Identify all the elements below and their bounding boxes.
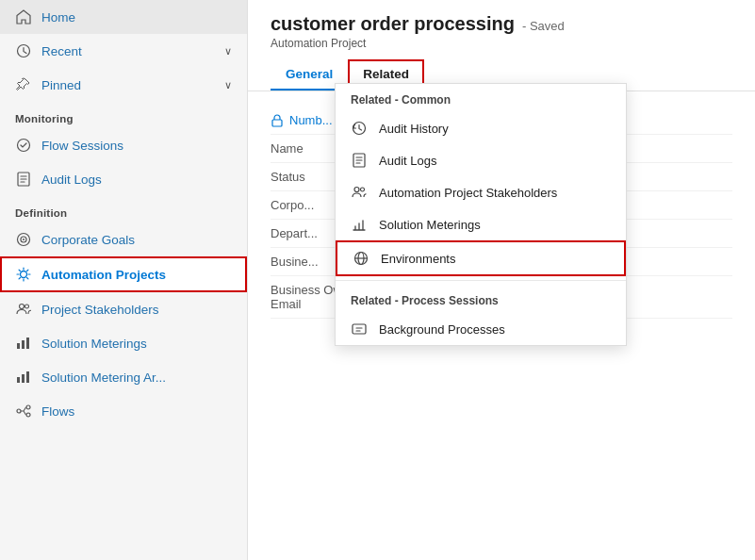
svg-rect-25: [353, 324, 366, 334]
dropdown-item-audit-logs[interactable]: Audit Logs: [336, 144, 626, 176]
sidebar-item-project-stakeholders[interactable]: Project Stakeholders: [0, 292, 247, 326]
sidebar-project-stakeholders-label: Project Stakeholders: [41, 303, 159, 317]
svg-rect-11: [26, 338, 29, 349]
solution-meterings-dd-label: Solution Meterings: [379, 218, 481, 232]
dropdown-item-automation-stakeholders[interactable]: Automation Project Stakeholders: [336, 176, 626, 208]
sidebar-automation-projects-label: Automation Projects: [41, 268, 166, 282]
saved-label: - Saved: [522, 19, 565, 33]
sidebar: Home Recent ∨ Pinned ∨ Monitoring Flow S…: [0, 0, 248, 560]
number-value: Numb...: [289, 113, 333, 127]
flows-icon: [15, 403, 32, 420]
solution-meterings-dd-icon: [351, 216, 368, 233]
automation-projects-icon: [15, 266, 32, 283]
background-processes-label: Background Processes: [379, 322, 505, 337]
sidebar-item-pinned[interactable]: Pinned ∨: [0, 68, 247, 102]
dropdown-item-audit-history[interactable]: Audit History: [336, 112, 626, 144]
related-dropdown: Related - Common Audit History Audit Log…: [335, 83, 627, 346]
definition-section-label: Definition: [0, 196, 247, 222]
sidebar-item-recent[interactable]: Recent ∨: [0, 34, 247, 68]
pinned-icon: [15, 76, 32, 93]
automation-stakeholders-icon: [351, 184, 368, 201]
svg-point-17: [26, 413, 30, 417]
sidebar-item-home[interactable]: Home: [0, 0, 247, 34]
dropdown-item-environments[interactable]: Environments: [336, 240, 626, 276]
corporate-goals-icon: [15, 231, 32, 248]
environments-label: Environments: [381, 252, 455, 266]
sidebar-item-automation-projects[interactable]: Automation Projects: [0, 256, 247, 292]
audit-history-label: Audit History: [379, 122, 449, 136]
audit-history-icon: [351, 120, 368, 137]
dropdown-item-solution-meterings[interactable]: Solution Meterings: [336, 208, 626, 240]
environments-icon: [353, 250, 369, 267]
monitoring-section-label: Monitoring: [0, 102, 247, 128]
solution-metering-ar-icon: [15, 369, 32, 386]
main-content: customer order processing - Saved Automa…: [248, 0, 755, 560]
sidebar-solution-metering-ar-label: Solution Metering Ar...: [41, 371, 166, 385]
recent-icon: [15, 42, 32, 59]
dropdown-item-background-processes[interactable]: Background Processes: [336, 313, 626, 345]
sidebar-pinned-label: Pinned: [41, 78, 81, 92]
sidebar-corporate-goals-label: Corporate Goals: [41, 233, 135, 247]
automation-stakeholders-label: Automation Project Stakeholders: [379, 186, 557, 200]
svg-rect-10: [22, 340, 25, 349]
sidebar-home-label: Home: [41, 10, 75, 25]
sidebar-solution-meterings-label: Solution Meterings: [41, 337, 147, 351]
dropdown-section-common-label: Related - Common: [336, 84, 626, 112]
audit-logs-dd-label: Audit Logs: [379, 154, 436, 168]
project-stakeholders-icon: [15, 301, 32, 318]
background-processes-icon: [351, 321, 368, 338]
recent-chevron-icon: ∨: [224, 45, 232, 58]
sidebar-item-solution-metering-ar[interactable]: Solution Metering Ar...: [0, 360, 247, 394]
svg-point-8: [25, 305, 29, 308]
sidebar-item-audit-logs[interactable]: Audit Logs: [0, 162, 247, 196]
sidebar-flow-sessions-label: Flow Sessions: [41, 139, 123, 153]
svg-rect-13: [22, 374, 25, 383]
svg-point-7: [20, 305, 25, 309]
page-subtitle: Automation Project: [271, 37, 732, 50]
lock-icon: [271, 114, 284, 127]
svg-point-5: [23, 239, 25, 240]
flow-sessions-icon: [15, 137, 32, 154]
svg-point-15: [17, 409, 21, 413]
svg-rect-18: [272, 120, 282, 126]
dropdown-audit-logs-icon: [351, 152, 368, 169]
audit-logs-icon: [15, 171, 32, 188]
home-icon: [15, 8, 32, 25]
page-title: customer order processing: [271, 13, 515, 35]
svg-point-6: [21, 272, 27, 278]
svg-point-1: [18, 140, 30, 152]
svg-rect-9: [17, 343, 20, 349]
sidebar-item-solution-meterings[interactable]: Solution Meterings: [0, 326, 247, 360]
sidebar-item-corporate-goals[interactable]: Corporate Goals: [0, 222, 247, 256]
sidebar-item-flows[interactable]: Flows: [0, 394, 247, 428]
svg-point-22: [361, 188, 365, 191]
sidebar-recent-label: Recent: [41, 44, 82, 58]
pinned-chevron-icon: ∨: [224, 79, 232, 91]
sidebar-item-flow-sessions[interactable]: Flow Sessions: [0, 128, 247, 162]
svg-rect-14: [26, 371, 29, 383]
dropdown-section-process-label: Related - Process Sessions: [336, 285, 626, 313]
svg-rect-12: [17, 377, 20, 383]
solution-meterings-icon: [15, 335, 32, 352]
svg-point-21: [354, 188, 359, 192]
main-header: customer order processing - Saved Automa…: [248, 0, 755, 91]
sidebar-flows-label: Flows: [41, 404, 74, 419]
sidebar-audit-logs-label: Audit Logs: [41, 173, 102, 187]
dropdown-divider: [336, 280, 626, 281]
svg-point-16: [26, 405, 30, 409]
